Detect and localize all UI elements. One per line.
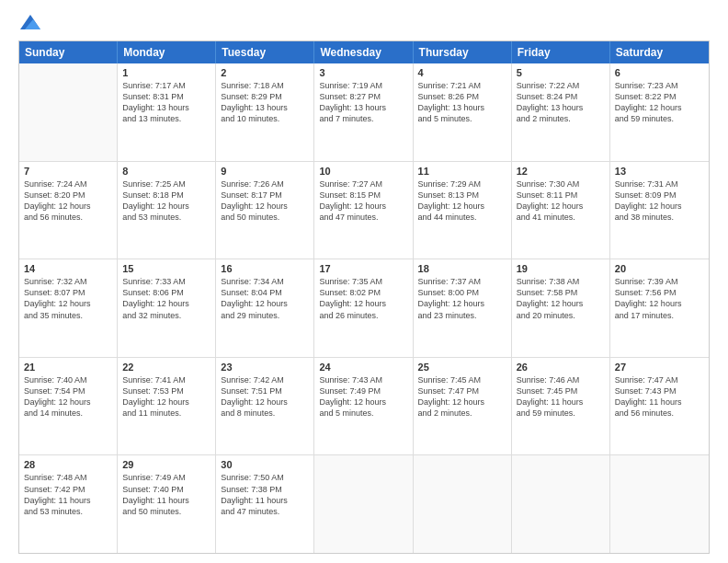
- calendar-cell: 25Sunrise: 7:45 AMSunset: 7:47 PMDayligh…: [414, 358, 512, 455]
- cell-info-line: Sunrise: 7:31 AM: [615, 178, 704, 190]
- cell-info-line: and 59 minutes.: [517, 408, 605, 419]
- cell-info-line: Daylight: 12 hours: [24, 396, 112, 408]
- cell-info-line: Sunrise: 7:49 AM: [122, 472, 210, 483]
- cell-info-line: and 50 minutes.: [221, 212, 309, 223]
- cell-info-line: Daylight: 12 hours: [615, 201, 704, 212]
- cell-info-line: Sunrise: 7:41 AM: [122, 374, 210, 385]
- cell-info-line: Sunrise: 7:47 AM: [615, 374, 704, 385]
- cell-info-line: Daylight: 13 hours: [418, 102, 506, 113]
- cell-info-line: and 23 minutes.: [418, 310, 506, 321]
- cell-info-line: Sunset: 8:17 PM: [221, 190, 309, 201]
- calendar-row-4: 28Sunrise: 7:48 AMSunset: 7:42 PMDayligh…: [19, 455, 709, 553]
- cell-info-line: Sunset: 7:58 PM: [517, 287, 605, 298]
- day-number: 28: [24, 459, 112, 470]
- calendar-cell: 20Sunrise: 7:39 AMSunset: 7:56 PMDayligh…: [610, 259, 709, 357]
- cell-info-line: Daylight: 12 hours: [24, 201, 112, 212]
- cell-info-line: Sunset: 8:27 PM: [319, 91, 407, 102]
- calendar-cell: 8Sunrise: 7:25 AMSunset: 8:18 PMDaylight…: [118, 162, 216, 259]
- weekday-header-saturday: Saturday: [610, 41, 709, 63]
- cell-info-line: and 50 minutes.: [122, 506, 210, 517]
- cell-info-line: Daylight: 12 hours: [221, 396, 309, 408]
- cell-info-line: Sunrise: 7:18 AM: [221, 80, 309, 91]
- cell-info-line: Sunrise: 7:37 AM: [418, 276, 506, 287]
- calendar-cell: 10Sunrise: 7:27 AMSunset: 8:15 PMDayligh…: [314, 162, 413, 259]
- calendar-cell: 24Sunrise: 7:43 AMSunset: 7:49 PMDayligh…: [314, 358, 413, 455]
- cell-info-line: Sunrise: 7:33 AM: [122, 276, 210, 287]
- cell-info-line: Daylight: 12 hours: [319, 396, 407, 408]
- cell-info-line: Daylight: 12 hours: [615, 102, 704, 113]
- cell-info-line: Sunrise: 7:38 AM: [517, 276, 605, 287]
- day-number: 2: [221, 67, 309, 78]
- cell-info-line: Daylight: 12 hours: [418, 201, 506, 212]
- cell-info-line: Sunset: 7:43 PM: [615, 385, 704, 396]
- day-number: 26: [517, 362, 605, 373]
- cell-info-line: Sunset: 7:51 PM: [221, 385, 309, 396]
- cell-info-line: Sunset: 8:07 PM: [24, 287, 112, 298]
- calendar-cell: 26Sunrise: 7:46 AMSunset: 7:45 PMDayligh…: [512, 358, 610, 455]
- cell-info-line: Sunrise: 7:50 AM: [221, 472, 309, 483]
- cell-info-line: Sunset: 7:53 PM: [122, 385, 210, 396]
- calendar-row-2: 14Sunrise: 7:32 AMSunset: 8:07 PMDayligh…: [19, 259, 709, 358]
- weekday-header-monday: Monday: [118, 41, 216, 63]
- day-number: 11: [418, 166, 506, 177]
- calendar-cell: 15Sunrise: 7:33 AMSunset: 8:06 PMDayligh…: [118, 259, 216, 357]
- cell-info-line: Sunrise: 7:46 AM: [517, 374, 605, 385]
- cell-info-line: Sunset: 8:13 PM: [418, 190, 506, 201]
- day-number: 5: [517, 67, 605, 78]
- cell-info-line: and 32 minutes.: [122, 310, 210, 321]
- cell-info-line: Sunset: 8:22 PM: [615, 91, 704, 102]
- cell-info-line: Sunrise: 7:23 AM: [615, 80, 704, 91]
- cell-info-line: Sunset: 7:54 PM: [24, 385, 112, 396]
- day-number: 17: [319, 263, 407, 274]
- day-number: 22: [122, 362, 210, 373]
- cell-info-line: Sunrise: 7:34 AM: [221, 276, 309, 287]
- cell-info-line: Sunrise: 7:35 AM: [319, 276, 407, 287]
- calendar-cell: 28Sunrise: 7:48 AMSunset: 7:42 PMDayligh…: [19, 455, 118, 553]
- cell-info-line: Daylight: 11 hours: [24, 495, 112, 506]
- cell-info-line: Sunset: 8:20 PM: [24, 190, 112, 201]
- calendar-cell: 13Sunrise: 7:31 AMSunset: 8:09 PMDayligh…: [610, 162, 709, 259]
- calendar-cell: 4Sunrise: 7:21 AMSunset: 8:26 PMDaylight…: [414, 63, 512, 161]
- cell-info-line: and 29 minutes.: [221, 310, 309, 321]
- page-container: SundayMondayTuesdayWednesdayThursdayFrid…: [0, 0, 728, 563]
- cell-info-line: Sunrise: 7:24 AM: [24, 178, 112, 190]
- calendar-cell: 14Sunrise: 7:32 AMSunset: 8:07 PMDayligh…: [19, 259, 118, 357]
- cell-info-line: Daylight: 13 hours: [319, 102, 407, 113]
- cell-info-line: Daylight: 12 hours: [122, 201, 210, 212]
- cell-info-line: Sunset: 7:56 PM: [615, 287, 704, 298]
- cell-info-line: Daylight: 12 hours: [418, 298, 506, 309]
- day-number: 20: [615, 263, 704, 274]
- calendar-cell: 1Sunrise: 7:17 AMSunset: 8:31 PMDaylight…: [118, 63, 216, 161]
- cell-info-line: Sunset: 8:24 PM: [517, 91, 605, 102]
- cell-info-line: Sunrise: 7:48 AM: [24, 472, 112, 483]
- cell-info-line: Daylight: 13 hours: [122, 102, 210, 113]
- cell-info-line: and 11 minutes.: [122, 408, 210, 419]
- day-number: 24: [319, 362, 407, 373]
- cell-info-line: Sunset: 8:18 PM: [122, 190, 210, 201]
- cell-info-line: Sunrise: 7:40 AM: [24, 374, 112, 385]
- day-number: 23: [221, 362, 309, 373]
- cell-info-line: Sunset: 8:26 PM: [418, 91, 506, 102]
- cell-info-line: and 20 minutes.: [517, 310, 605, 321]
- day-number: 8: [122, 166, 210, 177]
- cell-info-line: and 7 minutes.: [319, 113, 407, 124]
- calendar-cell: 6Sunrise: 7:23 AMSunset: 8:22 PMDaylight…: [610, 63, 709, 161]
- cell-info-line: and 47 minutes.: [221, 506, 309, 517]
- calendar-cell: [414, 455, 512, 553]
- cell-info-line: Sunset: 8:31 PM: [122, 91, 210, 102]
- cell-info-line: Sunrise: 7:17 AM: [122, 80, 210, 91]
- weekday-header-friday: Friday: [512, 41, 610, 63]
- cell-info-line: Sunset: 8:02 PM: [319, 287, 407, 298]
- cell-info-line: and 5 minutes.: [418, 113, 506, 124]
- weekday-header-thursday: Thursday: [414, 41, 512, 63]
- logo-icon: [20, 15, 40, 29]
- cell-info-line: Daylight: 13 hours: [221, 102, 309, 113]
- cell-info-line: and 59 minutes.: [615, 113, 704, 124]
- cell-info-line: and 38 minutes.: [615, 212, 704, 223]
- cell-info-line: Daylight: 12 hours: [517, 201, 605, 212]
- calendar: SundayMondayTuesdayWednesdayThursdayFrid…: [18, 40, 710, 554]
- cell-info-line: Sunrise: 7:45 AM: [418, 374, 506, 385]
- cell-info-line: Daylight: 12 hours: [517, 298, 605, 309]
- cell-info-line: Daylight: 12 hours: [221, 298, 309, 309]
- cell-info-line: Daylight: 11 hours: [122, 495, 210, 506]
